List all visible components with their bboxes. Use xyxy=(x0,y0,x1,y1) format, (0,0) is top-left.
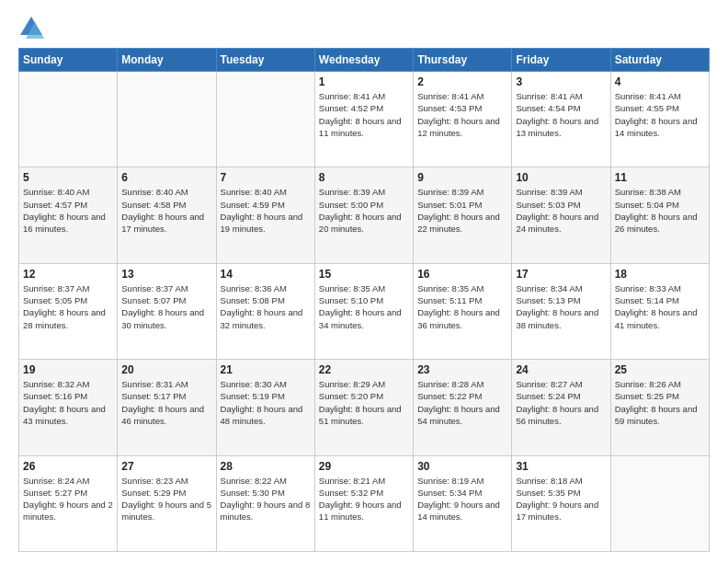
day-info: Sunrise: 8:31 AM Sunset: 5:17 PM Dayligh… xyxy=(121,378,211,427)
day-info: Sunrise: 8:30 AM Sunset: 5:19 PM Dayligh… xyxy=(221,378,311,427)
day-number: 7 xyxy=(221,171,311,184)
day-number: 18 xyxy=(615,268,705,281)
logo xyxy=(18,15,50,40)
calendar-cell: 25Sunrise: 8:26 AM Sunset: 5:25 PM Dayli… xyxy=(610,360,709,455)
day-number: 9 xyxy=(417,171,507,184)
calendar-table: SundayMondayTuesdayWednesdayThursdayFrid… xyxy=(18,48,710,552)
calendar-week-row: 12Sunrise: 8:37 AM Sunset: 5:05 PM Dayli… xyxy=(19,263,710,359)
calendar-cell: 21Sunrise: 8:30 AM Sunset: 5:19 PM Dayli… xyxy=(216,360,314,455)
day-number: 10 xyxy=(516,171,606,184)
day-info: Sunrise: 8:29 AM Sunset: 5:20 PM Dayligh… xyxy=(319,378,409,427)
day-number: 16 xyxy=(417,268,507,281)
day-info: Sunrise: 8:37 AM Sunset: 5:05 PM Dayligh… xyxy=(23,282,113,331)
day-number: 31 xyxy=(516,460,606,473)
calendar-cell xyxy=(19,72,118,167)
day-info: Sunrise: 8:19 AM Sunset: 5:34 PM Dayligh… xyxy=(417,475,507,523)
calendar-cell: 12Sunrise: 8:37 AM Sunset: 5:05 PM Dayli… xyxy=(19,263,118,359)
calendar-cell: 30Sunrise: 8:19 AM Sunset: 5:34 PM Dayli… xyxy=(414,455,512,551)
day-number: 13 xyxy=(121,268,211,281)
calendar-cell: 16Sunrise: 8:35 AM Sunset: 5:11 PM Dayli… xyxy=(414,263,512,359)
day-number: 23 xyxy=(417,363,507,376)
day-info: Sunrise: 8:39 AM Sunset: 5:01 PM Dayligh… xyxy=(417,186,507,235)
day-number: 12 xyxy=(23,268,113,281)
day-number: 20 xyxy=(121,363,211,376)
calendar-cell: 23Sunrise: 8:28 AM Sunset: 5:22 PM Dayli… xyxy=(414,360,512,455)
logo-icon xyxy=(18,15,44,40)
calendar-cell xyxy=(118,72,216,167)
calendar-cell: 8Sunrise: 8:39 AM Sunset: 5:00 PM Daylig… xyxy=(314,167,413,263)
day-info: Sunrise: 8:22 AM Sunset: 5:30 PM Dayligh… xyxy=(221,475,311,523)
calendar-cell: 5Sunrise: 8:40 AM Sunset: 4:57 PM Daylig… xyxy=(19,167,118,263)
calendar-cell: 10Sunrise: 8:39 AM Sunset: 5:03 PM Dayli… xyxy=(512,167,610,263)
calendar-cell: 19Sunrise: 8:32 AM Sunset: 5:16 PM Dayli… xyxy=(19,360,118,455)
day-number: 22 xyxy=(319,363,409,376)
calendar-cell: 28Sunrise: 8:22 AM Sunset: 5:30 PM Dayli… xyxy=(216,455,314,551)
calendar-cell: 29Sunrise: 8:21 AM Sunset: 5:32 PM Dayli… xyxy=(314,455,413,551)
day-number: 1 xyxy=(319,75,409,88)
day-info: Sunrise: 8:21 AM Sunset: 5:32 PM Dayligh… xyxy=(319,475,409,523)
day-info: Sunrise: 8:40 AM Sunset: 4:58 PM Dayligh… xyxy=(121,186,211,235)
calendar-cell: 11Sunrise: 8:38 AM Sunset: 5:04 PM Dayli… xyxy=(610,167,709,263)
calendar-cell: 4Sunrise: 8:41 AM Sunset: 4:55 PM Daylig… xyxy=(610,72,709,167)
day-info: Sunrise: 8:38 AM Sunset: 5:04 PM Dayligh… xyxy=(615,186,705,235)
calendar-week-row: 1Sunrise: 8:41 AM Sunset: 4:52 PM Daylig… xyxy=(19,72,710,167)
calendar-cell: 14Sunrise: 8:36 AM Sunset: 5:08 PM Dayli… xyxy=(216,263,314,359)
day-number: 29 xyxy=(319,460,409,473)
calendar-cell: 31Sunrise: 8:18 AM Sunset: 5:35 PM Dayli… xyxy=(512,455,610,551)
day-number: 26 xyxy=(23,460,113,473)
day-number: 8 xyxy=(319,171,409,184)
header xyxy=(18,15,710,40)
calendar-week-row: 26Sunrise: 8:24 AM Sunset: 5:27 PM Dayli… xyxy=(19,455,710,551)
day-number: 27 xyxy=(121,460,211,473)
weekday-header-saturday: Saturday xyxy=(610,49,709,72)
day-number: 5 xyxy=(23,171,113,184)
day-number: 15 xyxy=(319,268,409,281)
day-info: Sunrise: 8:41 AM Sunset: 4:52 PM Dayligh… xyxy=(319,90,409,139)
calendar-cell: 9Sunrise: 8:39 AM Sunset: 5:01 PM Daylig… xyxy=(414,167,512,263)
weekday-header-wednesday: Wednesday xyxy=(314,49,413,72)
day-number: 28 xyxy=(221,460,311,473)
day-info: Sunrise: 8:37 AM Sunset: 5:07 PM Dayligh… xyxy=(121,282,211,331)
day-number: 3 xyxy=(516,75,606,88)
day-info: Sunrise: 8:36 AM Sunset: 5:08 PM Dayligh… xyxy=(221,282,311,331)
weekday-header-tuesday: Tuesday xyxy=(216,49,314,72)
day-number: 14 xyxy=(221,268,311,281)
day-info: Sunrise: 8:33 AM Sunset: 5:14 PM Dayligh… xyxy=(615,282,705,331)
day-number: 6 xyxy=(121,171,211,184)
calendar-cell: 22Sunrise: 8:29 AM Sunset: 5:20 PM Dayli… xyxy=(314,360,413,455)
day-info: Sunrise: 8:32 AM Sunset: 5:16 PM Dayligh… xyxy=(23,378,113,427)
day-info: Sunrise: 8:39 AM Sunset: 5:03 PM Dayligh… xyxy=(516,186,606,235)
day-info: Sunrise: 8:23 AM Sunset: 5:29 PM Dayligh… xyxy=(121,475,211,523)
page: SundayMondayTuesdayWednesdayThursdayFrid… xyxy=(0,0,728,563)
day-number: 4 xyxy=(615,75,705,88)
calendar-cell: 7Sunrise: 8:40 AM Sunset: 4:59 PM Daylig… xyxy=(216,167,314,263)
day-info: Sunrise: 8:27 AM Sunset: 5:24 PM Dayligh… xyxy=(516,378,606,427)
day-info: Sunrise: 8:40 AM Sunset: 4:59 PM Dayligh… xyxy=(221,186,311,235)
day-info: Sunrise: 8:28 AM Sunset: 5:22 PM Dayligh… xyxy=(417,378,507,427)
day-info: Sunrise: 8:34 AM Sunset: 5:13 PM Dayligh… xyxy=(516,282,606,331)
day-info: Sunrise: 8:35 AM Sunset: 5:10 PM Dayligh… xyxy=(319,282,409,331)
calendar-cell: 27Sunrise: 8:23 AM Sunset: 5:29 PM Dayli… xyxy=(118,455,216,551)
day-number: 24 xyxy=(516,363,606,376)
weekday-header-friday: Friday xyxy=(512,49,610,72)
calendar-cell: 17Sunrise: 8:34 AM Sunset: 5:13 PM Dayli… xyxy=(512,263,610,359)
weekday-header-monday: Monday xyxy=(118,49,216,72)
calendar-cell: 2Sunrise: 8:41 AM Sunset: 4:53 PM Daylig… xyxy=(414,72,512,167)
calendar-cell: 15Sunrise: 8:35 AM Sunset: 5:10 PM Dayli… xyxy=(314,263,413,359)
calendar-cell xyxy=(610,455,709,551)
day-number: 21 xyxy=(221,363,311,376)
calendar-cell: 3Sunrise: 8:41 AM Sunset: 4:54 PM Daylig… xyxy=(512,72,610,167)
weekday-header-sunday: Sunday xyxy=(19,49,118,72)
calendar-cell: 13Sunrise: 8:37 AM Sunset: 5:07 PM Dayli… xyxy=(118,263,216,359)
day-number: 2 xyxy=(417,75,507,88)
weekday-header-thursday: Thursday xyxy=(414,49,512,72)
calendar-cell: 1Sunrise: 8:41 AM Sunset: 4:52 PM Daylig… xyxy=(314,72,413,167)
day-number: 30 xyxy=(417,460,507,473)
day-number: 19 xyxy=(23,363,113,376)
calendar-cell: 18Sunrise: 8:33 AM Sunset: 5:14 PM Dayli… xyxy=(610,263,709,359)
calendar-cell: 20Sunrise: 8:31 AM Sunset: 5:17 PM Dayli… xyxy=(118,360,216,455)
calendar-week-row: 19Sunrise: 8:32 AM Sunset: 5:16 PM Dayli… xyxy=(19,360,710,455)
calendar-cell xyxy=(216,72,314,167)
calendar-cell: 6Sunrise: 8:40 AM Sunset: 4:58 PM Daylig… xyxy=(118,167,216,263)
day-info: Sunrise: 8:35 AM Sunset: 5:11 PM Dayligh… xyxy=(417,282,507,331)
